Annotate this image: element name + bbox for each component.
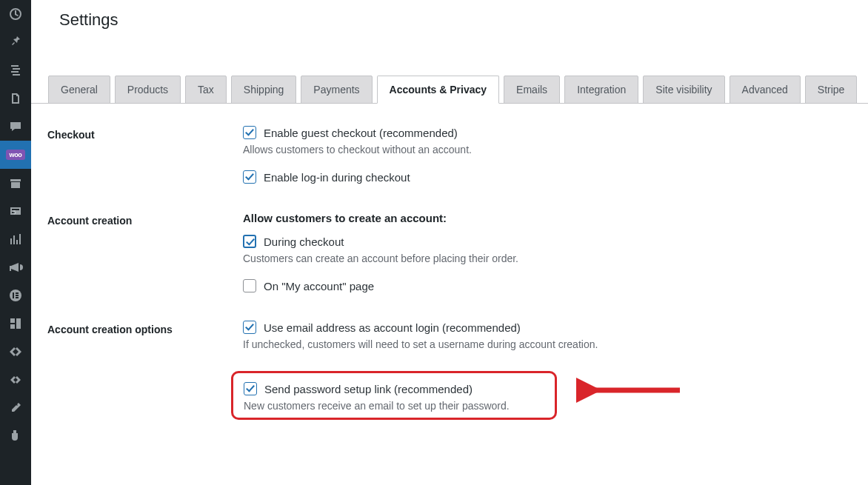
- tab-site-visibility[interactable]: Site visibility: [643, 76, 724, 104]
- svg-rect-4: [16, 295, 19, 296]
- woo-badge: woo: [6, 150, 24, 160]
- dashboard-icon[interactable]: [0, 0, 31, 28]
- tab-integration[interactable]: Integration: [564, 76, 638, 104]
- plugin-icon-2[interactable]: [0, 366, 31, 394]
- templates-icon[interactable]: [0, 310, 31, 338]
- products-icon[interactable]: [0, 169, 31, 197]
- payments-icon[interactable]: $: [0, 197, 31, 225]
- pin-icon[interactable]: [0, 28, 31, 56]
- plugin-icon-1[interactable]: [0, 338, 31, 366]
- tab-emails[interactable]: Emails: [504, 76, 560, 104]
- tab-products[interactable]: Products: [115, 76, 181, 104]
- desc-email-login: If unchecked, customers will need to set…: [243, 338, 846, 350]
- svg-text:$: $: [13, 209, 16, 215]
- svg-rect-5: [16, 297, 19, 298]
- label-during-checkout[interactable]: During checkout: [264, 235, 344, 248]
- tab-accounts-privacy[interactable]: Accounts & Privacy: [377, 76, 500, 104]
- checkbox-email-login[interactable]: [243, 321, 256, 334]
- label-password-link[interactable]: Send password setup link (recommended): [264, 383, 473, 395]
- tab-tax[interactable]: Tax: [185, 76, 227, 104]
- desc-guest-checkout: Allows customers to checkout without an …: [243, 144, 846, 155]
- desc-during-checkout: Customers can create an account before p…: [243, 252, 846, 264]
- svg-rect-3: [16, 292, 19, 294]
- checkbox-guest-checkout[interactable]: [243, 126, 256, 139]
- svg-rect-2: [13, 292, 14, 298]
- tab-shipping[interactable]: Shipping: [231, 76, 297, 104]
- section-checkout: Checkout Enable guest checkout (recommen…: [47, 126, 846, 188]
- checkbox-my-account[interactable]: [243, 279, 256, 292]
- label-guest-checkout[interactable]: Enable guest checkout (recommended): [264, 127, 458, 139]
- tab-stripe[interactable]: Stripe: [805, 76, 858, 104]
- comments-icon[interactable]: [0, 113, 31, 141]
- highlight-callout: Send password setup link (recommended) N…: [231, 371, 557, 420]
- section-label-account-creation: Account creation: [47, 212, 243, 297]
- checkbox-login-checkout[interactable]: [243, 170, 256, 184]
- tab-general[interactable]: General: [48, 76, 110, 104]
- tab-payments[interactable]: Payments: [301, 76, 372, 104]
- appearance-icon[interactable]: [0, 394, 31, 422]
- pages-icon[interactable]: [0, 84, 31, 113]
- checkbox-during-checkout[interactable]: [243, 235, 256, 248]
- settings-body: Checkout Enable guest checkout (recommen…: [31, 104, 868, 458]
- section-account-creation: Account creation Allow customers to crea…: [47, 212, 846, 297]
- label-my-account[interactable]: On "My account" page: [264, 280, 374, 292]
- checkbox-password-link[interactable]: [244, 382, 257, 395]
- admin-sidebar: woo $: [0, 0, 31, 485]
- main-content: Settings General Products Tax Shipping P…: [31, 0, 868, 485]
- plugins-icon[interactable]: [0, 422, 31, 450]
- section-label-checkout: Checkout: [47, 126, 243, 188]
- tab-advanced[interactable]: Advanced: [730, 76, 801, 104]
- tab-nav: General Products Tax Shipping Payments A…: [31, 76, 868, 104]
- analytics-icon[interactable]: [0, 225, 31, 253]
- section-label-account-options: Account creation options: [47, 321, 243, 420]
- annotation-arrow-icon: [576, 375, 687, 405]
- woocommerce-icon[interactable]: woo: [0, 141, 31, 169]
- media-icon[interactable]: [0, 56, 31, 84]
- label-email-login[interactable]: Use email address as account login (reco…: [264, 321, 521, 334]
- desc-password-link: New customers receive an email to set up…: [244, 400, 544, 412]
- page-title: Settings: [31, 0, 868, 39]
- elementor-icon[interactable]: [0, 281, 31, 310]
- subhead-allow-create: Allow customers to create an account:: [243, 212, 846, 224]
- section-account-options: Account creation options Use email addre…: [47, 321, 846, 420]
- label-login-checkout[interactable]: Enable log-in during checkout: [264, 171, 410, 184]
- marketing-icon[interactable]: [0, 253, 31, 281]
